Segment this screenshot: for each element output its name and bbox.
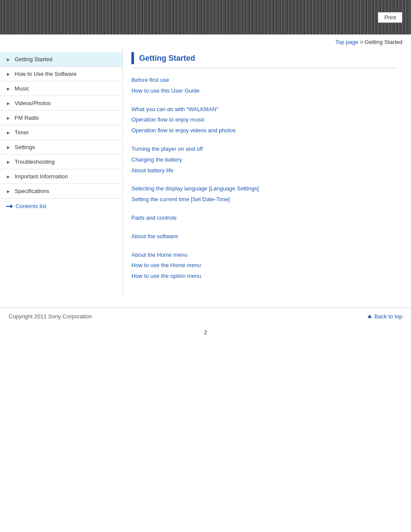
link-group-3: Turning the player on and off Charging t… (131, 145, 398, 175)
breadcrumb-top-link[interactable]: Top page (335, 39, 358, 45)
link-before-first-use[interactable]: Before first use (131, 76, 398, 85)
arrow-icon-timer: ► (6, 130, 12, 135)
link-use-home-menu[interactable]: How to use the Home menu (131, 261, 398, 270)
arrow-icon-videos: ► (6, 101, 12, 106)
sidebar-item-music[interactable]: ► Music (0, 81, 122, 96)
sidebar-item-timer[interactable]: ► Timer (0, 125, 122, 140)
link-operation-flow-music[interactable]: Operation flow to enjoy music (131, 115, 398, 124)
link-home-menu[interactable]: About the Home menu (131, 251, 398, 260)
sidebar-item-specifications[interactable]: ► Specifications (0, 184, 122, 199)
arrow-icon-specs: ► (6, 189, 12, 194)
breadcrumb: Top page > Getting Started (0, 34, 411, 48)
link-group-6: About the software (131, 232, 398, 241)
arrow-icon-important: ► (6, 174, 12, 179)
footer: Copyright 2011 Sony Corporation Back to … (0, 308, 411, 325)
link-about-software[interactable]: About the software (131, 232, 398, 241)
link-date-time[interactable]: Setting the current time [Set Date-Time] (131, 195, 398, 204)
breadcrumb-current: Getting Started (365, 39, 402, 45)
link-group-7: About the Home menu How to use the Home … (131, 251, 398, 281)
sidebar-item-videos-photos[interactable]: ► Videos/Photos (0, 96, 122, 111)
link-group-4: Selecting the display language [Language… (131, 184, 398, 204)
link-user-guide[interactable]: How to use this User Guide (131, 87, 398, 96)
copyright-text: Copyright 2011 Sony Corporation (9, 313, 92, 320)
sidebar-item-troubleshooting[interactable]: ► Troubleshooting (0, 155, 122, 169)
link-what-you-can-do[interactable]: What you can do with “WALKMAN” (131, 105, 398, 114)
arrow-icon-getting-started: ► (6, 57, 12, 62)
back-to-top-link[interactable]: Back to top (367, 313, 402, 320)
contents-list-link[interactable]: Contents list (0, 199, 122, 214)
sidebar: ► Getting Started ► How to Use the Softw… (0, 48, 123, 299)
link-option-menu[interactable]: How to use the option menu (131, 272, 398, 281)
breadcrumb-separator: > (358, 39, 365, 45)
arrow-icon-fm-radio: ► (6, 115, 12, 121)
arrow-icon-software: ► (6, 72, 12, 77)
arrow-icon-music: ► (6, 86, 12, 91)
back-to-top-label: Back to top (374, 313, 402, 320)
link-group-5: Parts and controls (131, 214, 398, 223)
link-parts-controls[interactable]: Parts and controls (131, 214, 398, 223)
main-layout: ► Getting Started ► How to Use the Softw… (0, 48, 411, 308)
link-battery-life[interactable]: About battery life (131, 166, 398, 175)
section-heading-title: Getting Started (139, 54, 195, 63)
section-heading-bar (131, 52, 134, 64)
link-operation-flow-videos[interactable]: Operation flow to enjoy videos and photo… (131, 126, 398, 135)
sidebar-item-settings[interactable]: ► Settings (0, 140, 122, 155)
page-number: 2 (0, 325, 411, 340)
link-group-2: What you can do with “WALKMAN” Operation… (131, 105, 398, 135)
section-heading: Getting Started (131, 52, 398, 68)
content-area: Getting Started Before first use How to … (123, 48, 411, 299)
link-language-settings[interactable]: Selecting the display language [Language… (131, 184, 398, 193)
sidebar-item-fm-radio[interactable]: ► FM Radio (0, 111, 122, 125)
triangle-up-icon (367, 314, 372, 318)
arrow-right-icon (6, 204, 13, 208)
link-group-1: Before first use How to use this User Gu… (131, 76, 398, 96)
print-button[interactable]: Print (378, 12, 402, 23)
sidebar-item-getting-started[interactable]: ► Getting Started (0, 52, 122, 67)
header-banner: Print (0, 0, 411, 34)
sidebar-item-important-information[interactable]: ► Important Information (0, 169, 122, 184)
arrow-icon-settings: ► (6, 145, 12, 150)
link-charging-battery[interactable]: Charging the battery (131, 156, 398, 165)
link-turning-on-off[interactable]: Turning the player on and off (131, 145, 398, 154)
arrow-icon-troubleshooting: ► (6, 159, 12, 165)
sidebar-item-how-to-use-software[interactable]: ► How to Use the Software (0, 67, 122, 81)
